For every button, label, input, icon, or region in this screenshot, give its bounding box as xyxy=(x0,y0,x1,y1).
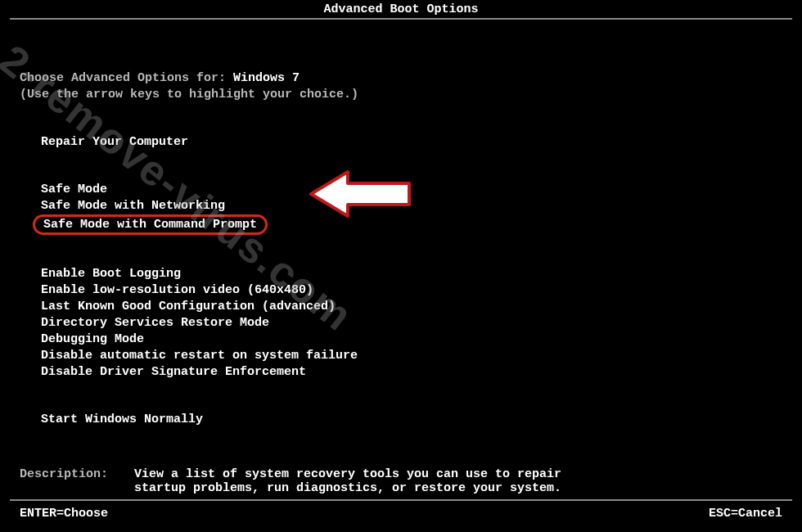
footer-separator xyxy=(10,499,792,501)
footer-esc: ESC=Cancel xyxy=(709,507,782,521)
description-text: View a list of system recovery tools you… xyxy=(134,467,561,495)
menu-last-known[interactable]: Last Known Good Configuration (advanced) xyxy=(20,299,782,315)
choose-line: Choose Advanced Options for: Windows 7 xyxy=(20,70,782,87)
footer-enter: ENTER=Choose xyxy=(20,507,108,521)
highlighted-option: Safe Mode with Command Prompt xyxy=(33,214,268,235)
menu-low-res[interactable]: Enable low-resolution video (640x480) xyxy=(20,282,782,299)
arrow-icon xyxy=(303,165,417,227)
menu-no-driver-sig[interactable]: Disable Driver Signature Enforcement xyxy=(20,364,782,381)
description-label: Description: xyxy=(20,467,134,495)
menu-no-auto-restart[interactable]: Disable automatic restart on system fail… xyxy=(20,348,782,364)
page-title: Advanced Boot Options xyxy=(0,2,802,17)
menu-dsrm[interactable]: Directory Services Restore Mode xyxy=(20,315,782,331)
description-block: Description: View a list of system recov… xyxy=(20,467,782,495)
menu-boot-log[interactable]: Enable Boot Logging xyxy=(20,266,782,282)
menu-normal[interactable]: Start Windows Normally xyxy=(20,412,782,428)
menu-debug[interactable]: Debugging Mode xyxy=(20,331,782,348)
menu-repair[interactable]: Repair Your Computer xyxy=(20,134,782,151)
title-underline xyxy=(10,18,792,20)
hint-line: (Use the arrow keys to highlight your ch… xyxy=(20,87,782,103)
